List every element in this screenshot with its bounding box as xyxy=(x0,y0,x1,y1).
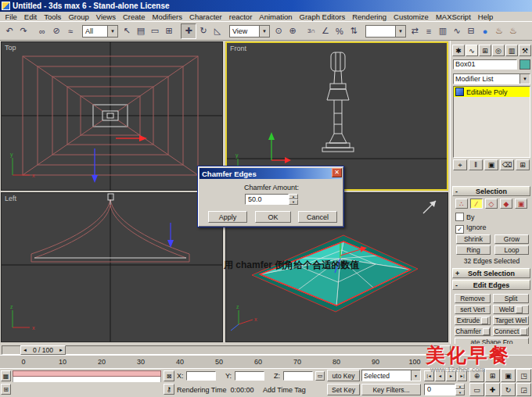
rotate-icon[interactable]: ↻ xyxy=(196,24,210,38)
material-editor-icon[interactable]: ● xyxy=(478,24,492,38)
redo-icon[interactable]: ↷ xyxy=(16,24,31,38)
spinner-snap-icon[interactable]: ⇅ xyxy=(347,24,361,38)
arc-rotate-icon[interactable]: ↻ xyxy=(501,383,516,396)
align-icon[interactable]: ≡ xyxy=(422,24,436,38)
menu-group[interactable]: Group xyxy=(65,13,92,21)
named-selection-dropdown[interactable]: ▼ xyxy=(365,25,406,38)
time-slider-track[interactable] xyxy=(2,345,440,355)
grow-button[interactable]: Grow xyxy=(494,234,529,244)
bind-spacewarp-icon[interactable]: ≈ xyxy=(63,24,77,38)
chevron-down-icon[interactable]: ▼ xyxy=(395,26,405,37)
tab-hierarchy-icon[interactable]: ⊞ xyxy=(479,45,491,56)
menu-character[interactable]: Character xyxy=(186,13,226,21)
selection-lock-icon[interactable]: ⊠ xyxy=(164,370,174,381)
use-center-icon[interactable]: ⊙ xyxy=(271,24,286,38)
menu-tools[interactable]: Tools xyxy=(41,13,65,21)
checkbox-box[interactable] xyxy=(455,213,464,221)
chevron-down-icon[interactable]: ▼ xyxy=(107,26,117,37)
remove-button[interactable]: Remove xyxy=(455,294,491,303)
rollout-edit-edges[interactable]: - Edit Edges xyxy=(452,280,530,290)
manipulate-icon[interactable]: ⊕ xyxy=(286,24,300,38)
region-zoom-icon[interactable]: ▭ xyxy=(469,383,484,396)
ring-button[interactable]: Ring xyxy=(456,245,491,255)
render-scene-icon[interactable]: ♨ xyxy=(492,24,506,38)
zoom-all-icon[interactable]: ⊞ xyxy=(485,369,500,382)
zoom-extents-icon[interactable]: ▣ xyxy=(501,369,516,382)
rollout-selection[interactable]: - Selection xyxy=(452,186,530,196)
status-left-icon-2[interactable]: ⊞ xyxy=(1,384,11,395)
object-color-swatch[interactable] xyxy=(519,59,530,70)
extrude-button[interactable]: Extrude xyxy=(455,316,491,325)
menu-customize[interactable]: Customize xyxy=(390,13,433,21)
viewport-left[interactable]: Left x z xyxy=(1,192,223,342)
pin-stack-icon[interactable]: ⌖ xyxy=(453,159,467,170)
slider-left-arrow-icon[interactable]: ◄ xyxy=(21,348,29,352)
schematic-view-icon[interactable]: ⊟ xyxy=(464,24,478,38)
chevron-down-icon[interactable]: ▼ xyxy=(259,26,269,37)
close-icon[interactable]: ✕ xyxy=(332,168,342,177)
chamfer-amount-spinner[interactable]: ▲ ▼ xyxy=(289,194,298,205)
connect-settings-icon[interactable] xyxy=(520,328,527,335)
menu-create[interactable]: Create xyxy=(119,13,149,21)
zoom-extents-all-icon[interactable]: ◳ xyxy=(516,369,531,382)
extrude-settings-icon[interactable] xyxy=(481,317,488,324)
split-button[interactable]: Split xyxy=(493,294,529,303)
layer-manager-icon[interactable]: ▥ xyxy=(436,24,450,38)
weld-button[interactable]: Weld xyxy=(493,305,529,314)
loop-button[interactable]: Loop xyxy=(494,245,529,255)
menu-modifiers[interactable]: Modifiers xyxy=(149,13,186,21)
subobject-border-icon[interactable]: ◇ xyxy=(485,198,498,209)
modifier-list-dropdown[interactable]: Modifier List ▼ xyxy=(453,73,530,84)
viewport-left-label[interactable]: Left xyxy=(5,195,16,202)
tab-motion-icon[interactable]: ◎ xyxy=(492,45,505,56)
slider-right-arrow-icon[interactable]: ► xyxy=(57,348,65,352)
status-left-icon-1[interactable]: ▦ xyxy=(1,370,11,381)
menu-help[interactable]: Help xyxy=(474,13,497,21)
ok-button[interactable]: OK xyxy=(255,211,291,223)
subobject-edge-icon[interactable]: ∕ xyxy=(470,198,483,209)
subobject-element-icon[interactable]: ▣ xyxy=(515,198,527,209)
tab-create-icon[interactable]: ✱ xyxy=(452,45,465,56)
unlink-icon[interactable]: ⊘ xyxy=(49,24,63,38)
angle-snap-icon[interactable]: ∠ xyxy=(318,24,332,38)
select-by-name-icon[interactable]: ▤ xyxy=(134,24,148,38)
current-frame-field[interactable]: 0 xyxy=(424,384,455,395)
configure-modifier-sets-icon[interactable]: ⊞ xyxy=(516,159,530,170)
time-slider-handle[interactable]: ◄ 0 / 100 ► xyxy=(20,345,66,355)
stack-item-editable-poly[interactable]: Editable Poly xyxy=(454,87,530,97)
menu-maxscript[interactable]: MAXScript xyxy=(432,13,474,21)
modifier-stack-list[interactable]: Editable Poly xyxy=(453,86,530,158)
show-end-result-icon[interactable]: ‖ xyxy=(469,159,483,170)
select-link-icon[interactable]: ∞ xyxy=(35,24,49,38)
cancel-button[interactable]: Cancel xyxy=(298,211,337,223)
menu-animation[interactable]: Animation xyxy=(256,13,296,21)
menu-reactor[interactable]: reactor xyxy=(225,13,256,21)
viewport-front-label[interactable]: Front xyxy=(230,45,246,52)
subobject-polygon-icon[interactable]: ◆ xyxy=(500,198,512,209)
chamfer-settings-icon[interactable] xyxy=(483,328,490,335)
reference-coordinate-dropdown[interactable]: View ▼ xyxy=(229,25,270,38)
menu-views[interactable]: Views xyxy=(92,13,119,21)
by-vertex-checkbox[interactable]: By xyxy=(455,213,475,221)
viewport-top-label[interactable]: Top xyxy=(5,44,16,52)
ignore-backfacing-checkbox[interactable]: ✓Ignore xyxy=(455,224,487,234)
percent-snap-icon[interactable]: % xyxy=(332,24,347,38)
pan-icon[interactable]: ✚ xyxy=(485,383,500,396)
undo-icon[interactable]: ↶ xyxy=(2,24,16,38)
x-coordinate-field[interactable] xyxy=(186,371,216,381)
target-weld-button[interactable]: Target Wel xyxy=(493,316,529,325)
min-max-toggle-icon[interactable]: ◲ xyxy=(516,383,531,396)
frame-spinner[interactable]: ▲ ▼ xyxy=(455,384,465,395)
remove-modifier-icon[interactable]: ⌫ xyxy=(500,159,514,170)
add-time-tag[interactable]: Add Time Tag xyxy=(263,386,306,394)
subobject-vertex-icon[interactable]: ∴ xyxy=(455,198,468,209)
viewport-top[interactable]: Top x xyxy=(1,41,223,191)
chevron-down-icon[interactable]: ▼ xyxy=(411,370,420,381)
dialog-title-bar[interactable]: Chamfer Edges xyxy=(200,168,342,179)
auto-key-button[interactable]: uto Key xyxy=(327,370,360,381)
menu-edit[interactable]: Edit xyxy=(20,13,40,21)
insert-vertex-button[interactable]: sert Vert xyxy=(455,305,491,314)
rect-region-icon[interactable]: ▭ xyxy=(148,24,162,38)
tab-modify-icon[interactable]: ∿ xyxy=(466,45,478,56)
key-filters-button[interactable]: Key Filters... xyxy=(361,384,421,395)
